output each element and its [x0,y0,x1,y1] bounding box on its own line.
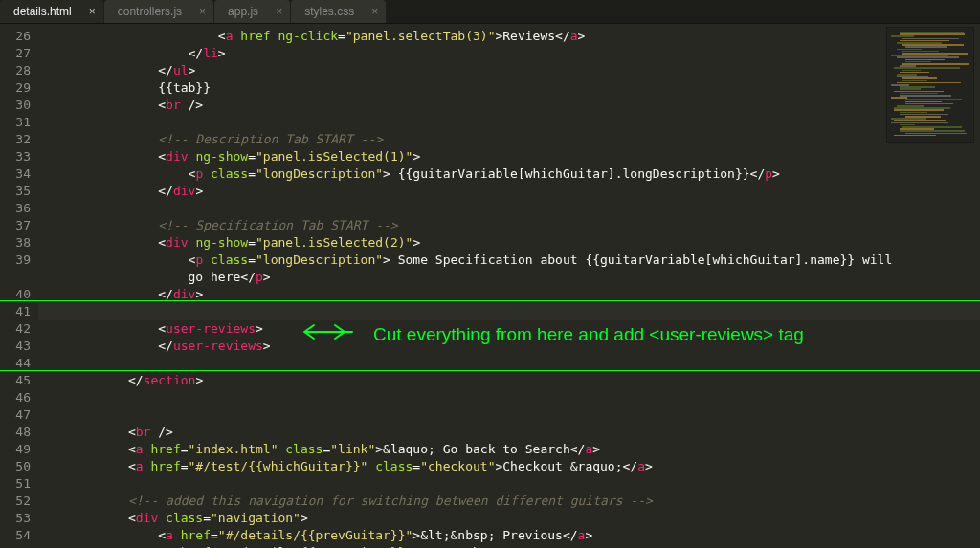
code-line[interactable]: </li> [38,45,980,62]
code-token: a [637,459,645,473]
code-token: > [375,442,383,456]
code-token: </ [158,339,173,353]
minimap[interactable] [886,27,974,143]
code-token: class [166,511,203,525]
code-token: "panel.selectTab(3)" [345,29,496,43]
code-token: class [211,166,248,181]
code-line[interactable]: <div ng-show="panel.isSelected(1)"> [38,148,980,165]
code-token: < [128,425,136,439]
tab-controllers-js[interactable]: controllers.js× [104,0,213,23]
code-line[interactable]: <div ng-show="panel.isSelected(2)"> [38,234,980,252]
code-content[interactable]: <a href ng-click="panel.selectTab(3)">Re… [38,24,980,548]
code-line[interactable]: <a href="#/details/{{nextGuitar}}">Next … [38,544,980,548]
code-line[interactable] [38,303,980,320]
code-token: "longDescription" [256,252,383,267]
line-number: 46 [0,389,38,406]
code-line[interactable]: <a href="#/details/{{prevGuitar}}">&lt;&… [38,527,980,544]
code-token: section [144,373,196,387]
code-token: a [136,459,144,473]
line-number: 29 [0,79,38,97]
code-line[interactable] [38,406,980,424]
code-token: &laquo; Go back to Search [383,442,570,456]
code-line[interactable]: <p class="longDescription"> {{guitarVari… [38,165,980,183]
line-number: 49 [0,441,38,458]
line-number: 28 [0,62,38,79]
line-number: 39 [0,252,38,269]
line-number: 51 [0,475,38,493]
code-line[interactable]: <!-- Specification Tab START --> [38,217,980,234]
code-token: br [166,98,181,112]
code-token: user-reviews [173,339,263,353]
editor-area[interactable]: 2627282930313233343536373839 40414243444… [0,24,980,548]
code-line[interactable] [38,389,980,406]
code-token: </ [563,528,578,542]
code-line[interactable] [38,114,980,131]
tab-app-js[interactable]: app.js× [214,0,290,23]
code-token: = [203,511,211,525]
code-token: div [136,511,158,525]
code-token [203,166,211,181]
code-line[interactable]: </section> [38,372,980,389]
code-token: < [158,321,166,336]
code-line[interactable]: </div> [38,286,980,303]
tab-bar: details.html×controllers.js×app.js×style… [0,0,980,24]
code-token: > [256,321,263,336]
code-line[interactable] [38,355,980,372]
code-token: div [166,149,188,164]
code-token: "panel.isSelected(1)" [256,149,412,164]
code-token: > [645,459,653,473]
code-token: </ [158,287,173,301]
code-line[interactable]: <user-reviews> [38,320,980,338]
code-token: > [585,528,592,542]
close-icon[interactable]: × [371,5,378,18]
code-line[interactable]: </div> [38,183,980,200]
code-line[interactable] [38,200,980,217]
code-line[interactable]: <!-- Description Tab START --> [38,131,980,148]
code-line[interactable]: <a href ng-click="panel.selectTab(3)">Re… [38,28,980,45]
line-number: 42 [0,320,38,338]
code-line[interactable]: <a href="index.html" class="link">&laquo… [38,441,980,458]
code-token: </ [750,166,766,181]
code-token: href [240,29,270,43]
close-icon[interactable]: × [276,5,282,18]
line-number: 45 [0,372,38,389]
code-token: "navigation" [211,511,301,525]
code-token: li [203,46,218,60]
code-line[interactable]: <br /> [38,97,980,114]
tab-label: app.js [228,5,258,18]
code-token: > [189,63,196,77]
tab-details-html[interactable]: details.html× [0,0,103,23]
code-line[interactable]: </ul> [38,62,980,79]
code-token: "#/test/{{whichGuitar}}" [189,459,368,473]
code-token: /> [181,98,203,112]
code-token [203,252,211,267]
code-line[interactable]: </user-reviews> [38,338,980,355]
code-line[interactable]: {{tab}} [38,79,980,97]
close-icon[interactable]: × [199,5,206,18]
code-line[interactable]: <p class="longDescription"> Some Specifi… [38,252,980,269]
code-token: < [158,528,166,542]
code-token: < [128,511,136,525]
code-token: ng-click [278,29,338,43]
close-icon[interactable]: × [89,5,96,18]
code-line[interactable]: <div class="navigation"> [38,510,980,527]
code-token: <!-- Description Tab START --> [158,132,383,146]
code-line[interactable]: <!-- added this navigation for switching… [38,493,980,510]
code-token: > [412,528,420,542]
code-token: = [338,29,345,43]
code-line[interactable]: <br /> [38,424,980,441]
code-token [158,511,166,525]
line-number: 35 [0,183,38,200]
code-token: < [218,29,226,43]
tab-styles-css[interactable]: styles.css× [291,0,386,23]
code-token: > [383,252,390,267]
line-number: 43 [0,338,38,355]
code-line[interactable] [38,475,980,493]
code-line[interactable]: go here</p> [38,269,980,286]
code-line[interactable]: <a href="#/test/{{whichGuitar}}" class="… [38,458,980,475]
line-number: 37 [0,217,38,234]
line-number-gutter: 2627282930313233343536373839 40414243444… [0,24,38,548]
code-token: "checkout" [420,459,495,473]
code-token: href [150,459,180,473]
code-token: = [181,459,189,473]
